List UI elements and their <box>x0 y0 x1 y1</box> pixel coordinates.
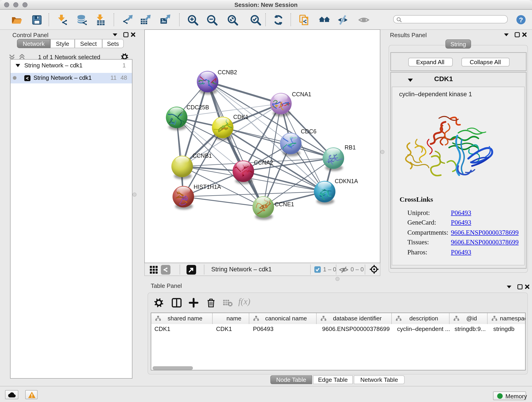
svg-text:CCNE1: CCNE1 <box>275 201 294 207</box>
svg-text:CCNA1: CCNA1 <box>292 91 311 97</box>
svg-text:CDC25B: CDC25B <box>186 104 209 110</box>
svg-text:CCNB1: CCNB1 <box>192 153 212 159</box>
svg-text:HIST1H1A: HIST1H1A <box>194 184 221 190</box>
svg-text:CDK1: CDK1 <box>233 114 249 120</box>
svg-text:RB1: RB1 <box>345 144 356 151</box>
svg-text:?: ? <box>519 16 523 24</box>
svg-text:CDKN1A: CDKN1A <box>335 178 358 184</box>
svg-text:CCNB2: CCNB2 <box>218 69 237 75</box>
svg-text:CCNA2: CCNA2 <box>254 159 273 166</box>
svg-text:CDC6: CDC6 <box>301 128 317 134</box>
